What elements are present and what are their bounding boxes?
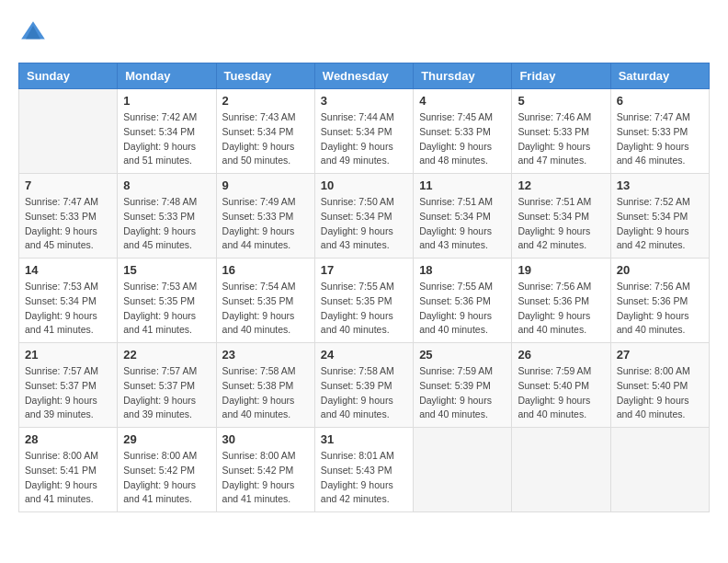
calendar-cell: 7Sunrise: 7:47 AM Sunset: 5:33 PM Daylig… xyxy=(19,174,118,259)
day-info: Sunrise: 8:00 AM Sunset: 5:42 PM Dayligh… xyxy=(222,449,309,507)
calendar-cell: 11Sunrise: 7:51 AM Sunset: 5:34 PM Dayli… xyxy=(414,174,512,259)
logo xyxy=(18,18,51,48)
calendar-cell xyxy=(610,428,709,512)
calendar-cell: 16Sunrise: 7:54 AM Sunset: 5:35 PM Dayli… xyxy=(216,259,314,343)
day-number: 5 xyxy=(518,94,604,108)
calendar-cell: 17Sunrise: 7:55 AM Sunset: 5:35 PM Dayli… xyxy=(314,259,413,343)
day-info: Sunrise: 7:43 AM Sunset: 5:34 PM Dayligh… xyxy=(222,110,309,168)
calendar-cell: 3Sunrise: 7:44 AM Sunset: 5:34 PM Daylig… xyxy=(314,89,413,174)
logo-icon xyxy=(18,18,48,48)
day-info: Sunrise: 7:58 AM Sunset: 5:39 PM Dayligh… xyxy=(321,364,407,422)
day-number: 25 xyxy=(419,348,506,362)
day-number: 8 xyxy=(123,178,210,192)
calendar-cell: 28Sunrise: 8:00 AM Sunset: 5:41 PM Dayli… xyxy=(19,428,118,512)
calendar-cell: 27Sunrise: 8:00 AM Sunset: 5:40 PM Dayli… xyxy=(610,343,709,428)
day-number: 12 xyxy=(518,178,604,192)
day-number: 1 xyxy=(123,94,210,108)
day-of-week-header: Friday xyxy=(512,63,610,89)
calendar-cell: 25Sunrise: 7:59 AM Sunset: 5:39 PM Dayli… xyxy=(414,343,512,428)
day-number: 26 xyxy=(518,348,604,362)
day-number: 28 xyxy=(25,432,111,446)
day-number: 3 xyxy=(321,94,407,108)
calendar-cell: 23Sunrise: 7:58 AM Sunset: 5:38 PM Dayli… xyxy=(216,343,314,428)
day-of-week-header: Sunday xyxy=(19,63,118,89)
calendar-week-row: 28Sunrise: 8:00 AM Sunset: 5:41 PM Dayli… xyxy=(19,428,710,512)
calendar-cell: 21Sunrise: 7:57 AM Sunset: 5:37 PM Dayli… xyxy=(19,343,118,428)
calendar-cell: 2Sunrise: 7:43 AM Sunset: 5:34 PM Daylig… xyxy=(216,89,314,174)
day-number: 17 xyxy=(321,263,407,277)
calendar-cell: 20Sunrise: 7:56 AM Sunset: 5:36 PM Dayli… xyxy=(610,259,709,343)
day-info: Sunrise: 7:54 AM Sunset: 5:35 PM Dayligh… xyxy=(222,280,309,338)
day-info: Sunrise: 7:47 AM Sunset: 5:33 PM Dayligh… xyxy=(617,110,703,168)
day-number: 27 xyxy=(617,348,703,362)
day-number: 31 xyxy=(321,432,407,446)
calendar-week-row: 1Sunrise: 7:42 AM Sunset: 5:34 PM Daylig… xyxy=(19,89,710,174)
day-info: Sunrise: 7:50 AM Sunset: 5:34 PM Dayligh… xyxy=(321,195,407,253)
day-of-week-header: Monday xyxy=(118,63,216,89)
calendar-cell: 10Sunrise: 7:50 AM Sunset: 5:34 PM Dayli… xyxy=(314,174,413,259)
calendar-header-row: SundayMondayTuesdayWednesdayThursdayFrid… xyxy=(19,63,710,89)
calendar-cell: 19Sunrise: 7:56 AM Sunset: 5:36 PM Dayli… xyxy=(512,259,610,343)
day-info: Sunrise: 8:00 AM Sunset: 5:41 PM Dayligh… xyxy=(25,449,111,507)
day-info: Sunrise: 7:58 AM Sunset: 5:38 PM Dayligh… xyxy=(222,364,309,422)
day-number: 15 xyxy=(123,263,210,277)
calendar-cell: 30Sunrise: 8:00 AM Sunset: 5:42 PM Dayli… xyxy=(216,428,314,512)
day-number: 6 xyxy=(617,94,703,108)
calendar-cell: 4Sunrise: 7:45 AM Sunset: 5:33 PM Daylig… xyxy=(414,89,512,174)
day-info: Sunrise: 7:51 AM Sunset: 5:34 PM Dayligh… xyxy=(419,195,506,253)
day-number: 23 xyxy=(222,348,309,362)
day-info: Sunrise: 7:55 AM Sunset: 5:36 PM Dayligh… xyxy=(419,280,506,338)
calendar-cell: 5Sunrise: 7:46 AM Sunset: 5:33 PM Daylig… xyxy=(512,89,610,174)
calendar-week-row: 7Sunrise: 7:47 AM Sunset: 5:33 PM Daylig… xyxy=(19,174,710,259)
day-info: Sunrise: 7:59 AM Sunset: 5:39 PM Dayligh… xyxy=(419,364,506,422)
day-of-week-header: Tuesday xyxy=(216,63,314,89)
day-info: Sunrise: 7:47 AM Sunset: 5:33 PM Dayligh… xyxy=(25,195,111,253)
day-info: Sunrise: 7:55 AM Sunset: 5:35 PM Dayligh… xyxy=(321,280,407,338)
calendar-cell: 8Sunrise: 7:48 AM Sunset: 5:33 PM Daylig… xyxy=(118,174,216,259)
calendar-cell: 15Sunrise: 7:53 AM Sunset: 5:35 PM Dayli… xyxy=(118,259,216,343)
day-number: 20 xyxy=(617,263,703,277)
calendar-cell: 9Sunrise: 7:49 AM Sunset: 5:33 PM Daylig… xyxy=(216,174,314,259)
day-number: 22 xyxy=(123,348,210,362)
calendar-cell: 13Sunrise: 7:52 AM Sunset: 5:34 PM Dayli… xyxy=(610,174,709,259)
day-info: Sunrise: 7:45 AM Sunset: 5:33 PM Dayligh… xyxy=(419,110,506,168)
calendar-cell: 24Sunrise: 7:58 AM Sunset: 5:39 PM Dayli… xyxy=(314,343,413,428)
day-info: Sunrise: 7:56 AM Sunset: 5:36 PM Dayligh… xyxy=(617,280,703,338)
day-number: 13 xyxy=(617,178,703,192)
day-info: Sunrise: 8:01 AM Sunset: 5:43 PM Dayligh… xyxy=(321,449,407,507)
day-number: 7 xyxy=(25,178,111,192)
day-number: 16 xyxy=(222,263,309,277)
day-number: 18 xyxy=(419,263,506,277)
day-info: Sunrise: 7:57 AM Sunset: 5:37 PM Dayligh… xyxy=(123,364,210,422)
calendar-cell: 31Sunrise: 8:01 AM Sunset: 5:43 PM Dayli… xyxy=(314,428,413,512)
calendar-cell: 18Sunrise: 7:55 AM Sunset: 5:36 PM Dayli… xyxy=(414,259,512,343)
calendar-week-row: 14Sunrise: 7:53 AM Sunset: 5:34 PM Dayli… xyxy=(19,259,710,343)
calendar-cell: 29Sunrise: 8:00 AM Sunset: 5:42 PM Dayli… xyxy=(118,428,216,512)
day-info: Sunrise: 8:00 AM Sunset: 5:42 PM Dayligh… xyxy=(123,449,210,507)
day-info: Sunrise: 7:57 AM Sunset: 5:37 PM Dayligh… xyxy=(25,364,111,422)
day-number: 19 xyxy=(518,263,604,277)
calendar-cell xyxy=(512,428,610,512)
day-number: 9 xyxy=(222,178,309,192)
day-number: 21 xyxy=(25,348,111,362)
day-info: Sunrise: 7:48 AM Sunset: 5:33 PM Dayligh… xyxy=(123,195,210,253)
day-info: Sunrise: 7:52 AM Sunset: 5:34 PM Dayligh… xyxy=(617,195,703,253)
calendar-cell: 12Sunrise: 7:51 AM Sunset: 5:34 PM Dayli… xyxy=(512,174,610,259)
day-info: Sunrise: 7:42 AM Sunset: 5:34 PM Dayligh… xyxy=(123,110,210,168)
day-number: 2 xyxy=(222,94,309,108)
day-number: 24 xyxy=(321,348,407,362)
day-of-week-header: Wednesday xyxy=(314,63,413,89)
calendar-table: SundayMondayTuesdayWednesdayThursdayFrid… xyxy=(18,63,710,512)
day-number: 11 xyxy=(419,178,506,192)
calendar-cell: 6Sunrise: 7:47 AM Sunset: 5:33 PM Daylig… xyxy=(610,89,709,174)
calendar-cell: 14Sunrise: 7:53 AM Sunset: 5:34 PM Dayli… xyxy=(19,259,118,343)
calendar-cell: 22Sunrise: 7:57 AM Sunset: 5:37 PM Dayli… xyxy=(118,343,216,428)
day-of-week-header: Thursday xyxy=(414,63,512,89)
day-number: 4 xyxy=(419,94,506,108)
day-of-week-header: Saturday xyxy=(610,63,709,89)
day-info: Sunrise: 7:59 AM Sunset: 5:40 PM Dayligh… xyxy=(518,364,604,422)
calendar-week-row: 21Sunrise: 7:57 AM Sunset: 5:37 PM Dayli… xyxy=(19,343,710,428)
day-info: Sunrise: 7:46 AM Sunset: 5:33 PM Dayligh… xyxy=(518,110,604,168)
day-number: 14 xyxy=(25,263,111,277)
day-info: Sunrise: 7:53 AM Sunset: 5:35 PM Dayligh… xyxy=(123,280,210,338)
